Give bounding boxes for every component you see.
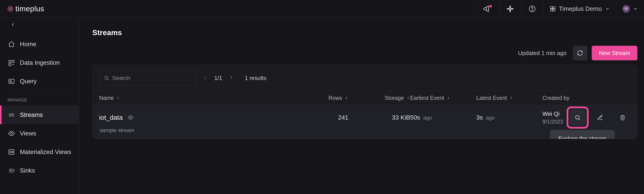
svg-rect-10 (550, 9, 552, 11)
chevron-down-icon (633, 7, 638, 11)
slack-button[interactable] (499, 0, 521, 18)
collapse-sidebar-button[interactable] (10, 22, 16, 28)
sidebar-item-label: Streams (20, 111, 43, 118)
svg-point-7 (532, 10, 532, 11)
nav-section-heading: MANAGE (0, 94, 79, 106)
svg-point-0 (8, 7, 12, 11)
sort-icon (446, 96, 450, 100)
page-title: Streams (92, 28, 638, 37)
brand[interactable]: timeplus (0, 5, 477, 13)
svg-line-17 (11, 82, 12, 83)
svg-rect-14 (9, 64, 11, 66)
user-menu[interactable]: W (616, 0, 644, 18)
layout: Home Data Ingestion Query MANAGE Streams… (0, 18, 644, 194)
content: Streams Updated 1 min ago New Stream 1/1… (79, 18, 644, 194)
svg-rect-5 (510, 8, 514, 10)
col-rows[interactable]: Rows (287, 95, 348, 101)
svg-rect-8 (550, 7, 552, 9)
nav-divider (6, 91, 72, 92)
page-next-button[interactable] (229, 75, 234, 82)
sidebar-item-label: Home (20, 41, 36, 48)
sidebar-item-query[interactable]: Query (0, 72, 79, 91)
svg-rect-12 (9, 60, 11, 62)
svg-rect-11 (553, 9, 555, 11)
row-rows: 241 (287, 114, 348, 121)
page-indicator: 1/1 (214, 75, 222, 82)
svg-rect-20 (9, 153, 14, 154)
row-actions: Explore the stream (570, 110, 630, 125)
svg-point-1 (10, 8, 11, 10)
home-icon (8, 41, 15, 48)
help-button[interactable] (521, 0, 543, 18)
workspace-switcher[interactable]: Timeplus Demo (543, 0, 616, 18)
delete-stream-button[interactable] (615, 110, 630, 125)
col-latest[interactable]: Latest Event (476, 95, 542, 101)
explore-stream-button[interactable]: Explore the stream (570, 110, 586, 125)
sinks-icon (8, 167, 15, 174)
announcements-button[interactable] (477, 0, 499, 18)
workspace-label: Timeplus Demo (559, 5, 602, 12)
topbar: timeplus Timeplus Demo W (0, 0, 644, 18)
creator-date: 9/1/2023 (542, 119, 563, 125)
svg-point-16 (10, 81, 12, 82)
sidebar-item-materialized-views[interactable]: Materialized Views (0, 143, 79, 161)
sidebar-item-label: Sinks (20, 167, 35, 174)
svg-rect-9 (553, 7, 555, 9)
row-storage: 33 KiB (348, 114, 410, 121)
col-created-by: Created by (542, 95, 630, 101)
table-row[interactable]: iot_data 241 33 KiB 50sago 3sago Wei Qi … (93, 105, 637, 139)
svg-point-24 (576, 116, 579, 119)
list-card: 1/1 1 results Name Rows Storage Earliest… (92, 65, 638, 139)
sidebar-item-data-ingestion[interactable]: Data Ingestion (0, 54, 79, 72)
sidebar-item-label: Query (20, 78, 36, 85)
svg-point-21 (105, 76, 108, 79)
sidebar-item-views[interactable]: Views (0, 124, 79, 143)
svg-line-22 (108, 79, 108, 80)
sort-icon (509, 96, 513, 100)
refresh-button[interactable] (573, 46, 587, 60)
trash-icon (620, 115, 626, 120)
creator-name: Wei Qi (542, 110, 563, 117)
workspace-icon (550, 6, 556, 12)
brand-name: timeplus (16, 5, 44, 13)
svg-rect-13 (12, 60, 14, 62)
notification-dot-icon (489, 5, 492, 8)
streams-icon (8, 111, 15, 118)
pencil-icon (597, 114, 603, 121)
svg-point-23 (130, 117, 132, 118)
col-storage[interactable]: Storage (348, 95, 410, 101)
sidebar-item-streams[interactable]: Streams (0, 106, 79, 124)
chevron-down-icon (605, 7, 610, 11)
svg-rect-4 (507, 8, 510, 10)
search-input-wrapper[interactable] (99, 71, 196, 85)
edit-stream-button[interactable] (592, 110, 608, 125)
svg-line-25 (579, 119, 580, 120)
nav: Home Data Ingestion Query MANAGE Streams… (0, 35, 79, 180)
col-earliest[interactable]: Earliest Event (410, 95, 476, 101)
svg-rect-19 (9, 150, 14, 151)
row-created-by: Wei Qi 9/1/2023 Explore the stream (542, 110, 630, 125)
results-text: 1 results (245, 75, 266, 82)
sort-icon (116, 96, 120, 100)
topbar-actions: Timeplus Demo W (477, 0, 644, 18)
sidebar-item-label: Data Ingestion (20, 59, 60, 66)
eye-icon[interactable] (128, 114, 134, 121)
avatar: W (622, 5, 630, 13)
new-stream-button[interactable]: New Stream (592, 46, 638, 60)
updated-text: Updated 1 min ago (518, 50, 566, 57)
search-icon (104, 75, 109, 81)
sidebar-item-label: Materialized Views (20, 148, 71, 155)
list-topbar: 1/1 1 results (93, 71, 637, 91)
page-prev-button[interactable] (203, 75, 208, 82)
svg-rect-3 (510, 9, 511, 12)
search-input[interactable] (112, 75, 192, 82)
query-icon (8, 78, 15, 85)
toolbar: Updated 1 min ago New Stream (92, 46, 638, 60)
col-name[interactable]: Name (99, 95, 287, 101)
pager: 1/1 (203, 75, 234, 82)
sidebar-item-home[interactable]: Home (0, 35, 79, 54)
ingestion-icon (8, 59, 15, 66)
sidebar-item-sinks[interactable]: Sinks (0, 161, 79, 180)
mviews-icon (8, 148, 15, 155)
creator-info: Wei Qi 9/1/2023 (542, 110, 563, 125)
